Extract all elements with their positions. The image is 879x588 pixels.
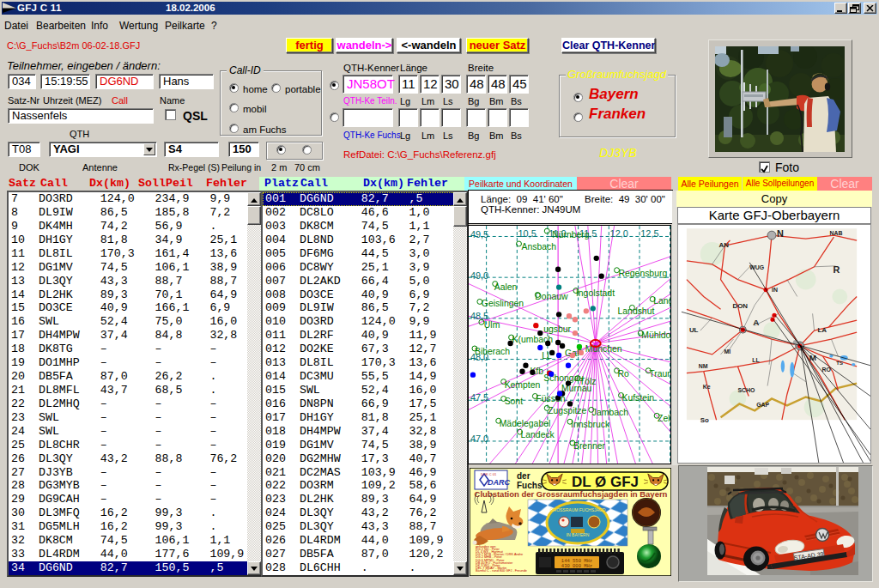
svg-text:NAB: NAB — [829, 230, 842, 236]
svg-text:Ansbach: Ansbach — [521, 242, 556, 252]
svg-text:Jambach: Jambach — [592, 408, 628, 417]
svg-text:Mädelegabel: Mädelegabel — [500, 419, 551, 428]
svg-text:Clubstation der Grossraumfuchs: Clubstation der Grossraumfuchsjagden in … — [475, 489, 668, 499]
svg-text:N: N — [777, 228, 784, 239]
svg-text:LA: LA — [818, 326, 827, 334]
svg-text:So: So — [700, 416, 709, 424]
svg-text:47,5: 47,5 — [470, 392, 488, 403]
svg-text:TS: TS — [836, 361, 843, 366]
svg-text:Mühldo: Mühldo — [641, 330, 670, 340]
svg-text:WUG: WUG — [749, 264, 764, 270]
svg-text:Land: Land — [653, 296, 671, 306]
svg-text:DARC: DARC — [488, 478, 510, 487]
svg-text:Bärnful C - rund 800 GFJ - Fre: Bärnful C - rund 800 GFJ - Freunde — [476, 569, 527, 573]
svg-text:Zugspitze: Zugspitze — [548, 406, 586, 415]
svg-text:10,5: 10,5 — [518, 228, 536, 239]
svg-text:DL Ø GFJ: DL Ø GFJ — [572, 474, 639, 490]
svg-text:Regensburg: Regensburg — [619, 269, 668, 278]
svg-text:R: R — [833, 264, 840, 275]
svg-text:Ke: Ke — [703, 384, 711, 390]
svg-text:Innsbruck: Innsbruck — [571, 420, 610, 429]
svg-text:49,0: 49,0 — [470, 270, 488, 281]
svg-text:NM: NM — [699, 363, 708, 369]
svg-text:LL: LL — [752, 357, 760, 363]
svg-text:AN: AN — [719, 241, 730, 249]
svg-text:Ulm: Ulm — [484, 320, 500, 330]
svg-text:Nürnberg: Nürnberg — [552, 230, 590, 239]
svg-text:MI: MI — [724, 349, 731, 355]
svg-text:12,0: 12,0 — [610, 228, 628, 239]
svg-text:49,5: 49,5 — [470, 229, 488, 239]
svg-text:SCHO: SCHO — [737, 387, 755, 393]
svg-text:12,5: 12,5 — [640, 228, 658, 239]
svg-text:47,0: 47,0 — [470, 433, 488, 444]
svg-text:Sont: Sont — [505, 397, 524, 406]
svg-text:Ingolstadt: Ingolstadt — [576, 288, 615, 298]
svg-text:GROSSRAUM FUCHSJAGD: GROSSRAUM FUCHSJAGD — [550, 507, 606, 512]
svg-text:ugsbur: ugsbur — [543, 324, 571, 334]
svg-text:GAP: GAP — [756, 402, 769, 408]
svg-text:DON: DON — [732, 302, 748, 310]
svg-text:Traun: Traun — [649, 369, 671, 379]
svg-text:Biberach: Biberach — [475, 347, 510, 356]
svg-text:Kufstein: Kufstein — [621, 393, 654, 403]
svg-text:Brenner: Brenner — [573, 441, 606, 451]
svg-text:Geislingen: Geislingen — [482, 299, 524, 308]
svg-text:Landeck: Landeck — [520, 430, 555, 439]
svg-text:Landshut: Landshut — [618, 306, 655, 316]
svg-text:IN: IN — [772, 287, 778, 293]
svg-text:der: der — [517, 471, 530, 481]
svg-text:DOK C 01: DOK C 01 — [481, 472, 497, 476]
svg-text:A: A — [753, 318, 759, 327]
svg-text:430 000 MHz: 430 000 MHz — [561, 563, 592, 569]
svg-text:Kempten: Kempten — [505, 380, 541, 390]
svg-text:UL: UL — [689, 326, 699, 334]
